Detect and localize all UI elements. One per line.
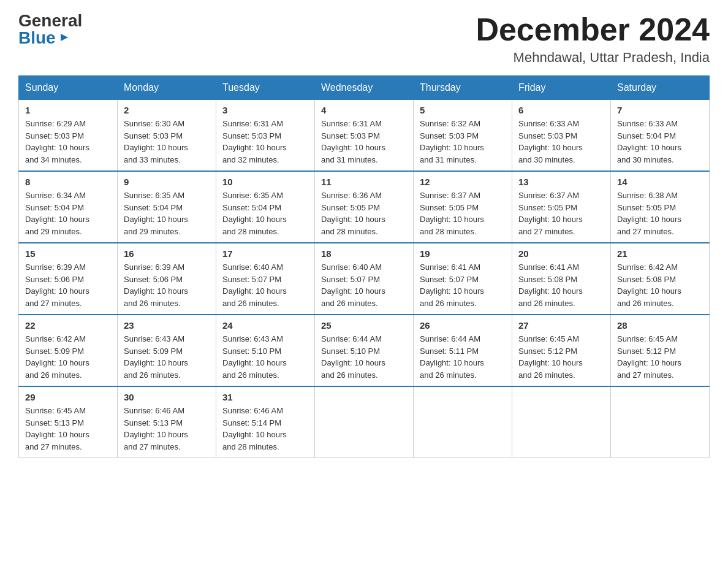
calendar-cell: 6 Sunrise: 6:33 AMSunset: 5:03 PMDayligh… [512,100,611,172]
calendar-cell: 27 Sunrise: 6:45 AMSunset: 5:12 PMDaylig… [512,315,611,386]
day-info: Sunrise: 6:31 AMSunset: 5:03 PMDaylight:… [321,119,385,164]
calendar-cell [611,386,710,458]
calendar-week-row: 1 Sunrise: 6:29 AMSunset: 5:03 PMDayligh… [19,100,710,172]
calendar-cell: 28 Sunrise: 6:45 AMSunset: 5:12 PMDaylig… [611,315,710,386]
day-number: 16 [124,248,210,259]
day-info: Sunrise: 6:38 AMSunset: 5:05 PMDaylight:… [617,191,681,236]
day-info: Sunrise: 6:42 AMSunset: 5:09 PMDaylight:… [25,334,89,380]
day-info: Sunrise: 6:31 AMSunset: 5:03 PMDaylight:… [222,119,287,164]
day-number: 17 [222,248,308,259]
month-year-title: December 2024 [476,12,710,47]
calendar-cell: 20 Sunrise: 6:41 AMSunset: 5:08 PMDaylig… [512,243,611,315]
calendar-header-monday: Monday [118,76,216,100]
day-number: 24 [222,320,308,331]
calendar-title-area: December 2024 Mehndawal, Uttar Pradesh, … [476,12,710,66]
calendar-cell: 7 Sunrise: 6:33 AMSunset: 5:04 PMDayligh… [611,100,710,172]
day-info: Sunrise: 6:35 AMSunset: 5:04 PMDaylight:… [222,191,287,236]
calendar-cell: 23 Sunrise: 6:43 AMSunset: 5:09 PMDaylig… [118,315,216,386]
location-subtitle: Mehndawal, Uttar Pradesh, India [476,50,710,66]
day-info: Sunrise: 6:41 AMSunset: 5:07 PMDaylight:… [420,262,484,308]
day-info: Sunrise: 6:32 AMSunset: 5:03 PMDaylight:… [420,119,484,164]
calendar-cell: 11 Sunrise: 6:36 AMSunset: 5:05 PMDaylig… [315,171,414,243]
day-number: 10 [222,177,308,187]
day-info: Sunrise: 6:45 AMSunset: 5:13 PMDaylight:… [25,406,89,451]
day-number: 3 [222,105,308,115]
day-info: Sunrise: 6:30 AMSunset: 5:03 PMDaylight:… [124,119,188,164]
day-info: Sunrise: 6:36 AMSunset: 5:05 PMDaylight:… [321,191,385,236]
calendar-table: SundayMondayTuesdayWednesdayThursdayFrid… [18,75,710,458]
day-info: Sunrise: 6:43 AMSunset: 5:10 PMDaylight:… [222,334,287,380]
day-info: Sunrise: 6:44 AMSunset: 5:10 PMDaylight:… [321,334,385,380]
calendar-cell: 13 Sunrise: 6:37 AMSunset: 5:05 PMDaylig… [512,171,611,243]
day-number: 11 [321,177,407,187]
calendar-header-row: SundayMondayTuesdayWednesdayThursdayFrid… [19,76,710,100]
calendar-cell: 9 Sunrise: 6:35 AMSunset: 5:04 PMDayligh… [118,171,216,243]
page-header: General Blue December 2024 Mehndawal, Ut… [18,12,710,66]
day-info: Sunrise: 6:41 AMSunset: 5:08 PMDaylight:… [518,262,583,308]
day-number: 1 [25,105,111,115]
day-info: Sunrise: 6:40 AMSunset: 5:07 PMDaylight:… [321,262,385,308]
day-number: 15 [25,248,111,259]
calendar-header-saturday: Saturday [611,76,710,100]
calendar-week-row: 8 Sunrise: 6:34 AMSunset: 5:04 PMDayligh… [19,171,710,243]
calendar-cell: 3 Sunrise: 6:31 AMSunset: 5:03 PMDayligh… [216,100,315,172]
day-number: 26 [420,320,506,331]
day-info: Sunrise: 6:29 AMSunset: 5:03 PMDaylight:… [25,119,89,164]
day-info: Sunrise: 6:46 AMSunset: 5:13 PMDaylight:… [124,406,188,451]
day-number: 25 [321,320,407,331]
logo-blue-text: Blue [18,29,56,47]
day-info: Sunrise: 6:46 AMSunset: 5:14 PMDaylight:… [222,406,287,451]
calendar-week-row: 22 Sunrise: 6:42 AMSunset: 5:09 PMDaylig… [19,315,710,386]
svg-marker-0 [61,34,68,41]
day-number: 13 [518,177,604,187]
day-number: 8 [25,177,111,187]
day-number: 31 [222,392,308,402]
day-info: Sunrise: 6:45 AMSunset: 5:12 PMDaylight:… [518,334,583,380]
calendar-cell: 31 Sunrise: 6:46 AMSunset: 5:14 PMDaylig… [216,386,315,458]
calendar-cell: 15 Sunrise: 6:39 AMSunset: 5:06 PMDaylig… [19,243,118,315]
day-number: 23 [124,320,210,331]
calendar-cell: 5 Sunrise: 6:32 AMSunset: 5:03 PMDayligh… [414,100,512,172]
day-number: 14 [617,177,703,187]
calendar-cell: 8 Sunrise: 6:34 AMSunset: 5:04 PMDayligh… [19,171,118,243]
calendar-week-row: 29 Sunrise: 6:45 AMSunset: 5:13 PMDaylig… [19,386,710,458]
day-number: 30 [124,392,210,402]
calendar-cell: 24 Sunrise: 6:43 AMSunset: 5:10 PMDaylig… [216,315,315,386]
day-info: Sunrise: 6:33 AMSunset: 5:04 PMDaylight:… [617,119,681,164]
calendar-cell [315,386,414,458]
day-number: 9 [124,177,210,187]
calendar-cell: 17 Sunrise: 6:40 AMSunset: 5:07 PMDaylig… [216,243,315,315]
calendar-cell: 4 Sunrise: 6:31 AMSunset: 5:03 PMDayligh… [315,100,414,172]
calendar-cell: 2 Sunrise: 6:30 AMSunset: 5:03 PMDayligh… [118,100,216,172]
day-info: Sunrise: 6:37 AMSunset: 5:05 PMDaylight:… [420,191,484,236]
calendar-cell: 29 Sunrise: 6:45 AMSunset: 5:13 PMDaylig… [19,386,118,458]
day-info: Sunrise: 6:45 AMSunset: 5:12 PMDaylight:… [617,334,681,380]
calendar-cell: 18 Sunrise: 6:40 AMSunset: 5:07 PMDaylig… [315,243,414,315]
day-number: 27 [518,320,604,331]
day-info: Sunrise: 6:40 AMSunset: 5:07 PMDaylight:… [222,262,287,308]
calendar-cell: 10 Sunrise: 6:35 AMSunset: 5:04 PMDaylig… [216,171,315,243]
day-number: 6 [518,105,604,115]
day-number: 22 [25,320,111,331]
calendar-header-sunday: Sunday [19,76,118,100]
day-info: Sunrise: 6:42 AMSunset: 5:08 PMDaylight:… [617,262,681,308]
calendar-cell: 1 Sunrise: 6:29 AMSunset: 5:03 PMDayligh… [19,100,118,172]
calendar-header-wednesday: Wednesday [315,76,414,100]
calendar-header-friday: Friday [512,76,611,100]
day-number: 20 [518,248,604,259]
day-number: 21 [617,248,703,259]
calendar-cell: 30 Sunrise: 6:46 AMSunset: 5:13 PMDaylig… [118,386,216,458]
day-info: Sunrise: 6:33 AMSunset: 5:03 PMDaylight:… [518,119,583,164]
calendar-header-tuesday: Tuesday [216,76,315,100]
calendar-header-thursday: Thursday [414,76,512,100]
calendar-cell: 22 Sunrise: 6:42 AMSunset: 5:09 PMDaylig… [19,315,118,386]
day-info: Sunrise: 6:44 AMSunset: 5:11 PMDaylight:… [420,334,484,380]
calendar-cell: 19 Sunrise: 6:41 AMSunset: 5:07 PMDaylig… [414,243,512,315]
day-number: 18 [321,248,407,259]
calendar-cell: 21 Sunrise: 6:42 AMSunset: 5:08 PMDaylig… [611,243,710,315]
calendar-week-row: 15 Sunrise: 6:39 AMSunset: 5:06 PMDaylig… [19,243,710,315]
logo-general-text: General [18,12,82,29]
day-number: 7 [617,105,703,115]
day-number: 2 [124,105,210,115]
day-info: Sunrise: 6:35 AMSunset: 5:04 PMDaylight:… [124,191,188,236]
